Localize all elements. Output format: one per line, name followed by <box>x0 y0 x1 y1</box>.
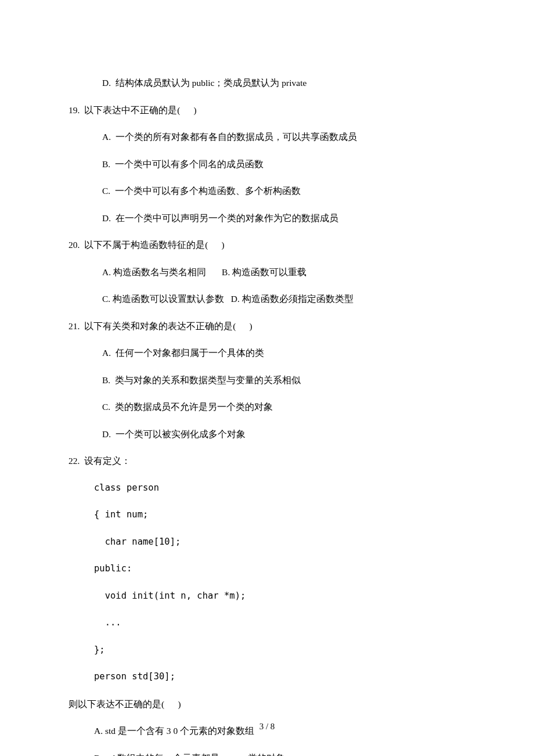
option-text: B. 类与对象的关系和数据类型与变量的关系相似 <box>68 373 475 387</box>
option-text: B. std 数组中的每一个元素都是 person 类的对象 <box>68 751 475 756</box>
option-text: B. 一个类中可以有多个同名的成员函数 <box>68 157 475 171</box>
option-text: D. 在一个类中可以声明另一个类的对象作为它的数据成员 <box>68 211 475 225</box>
option-text: A. 构造函数名与类名相同 B. 构造函数可以重载 <box>68 265 475 279</box>
option-text: A. 任何一个对象都归属于一个具体的类 <box>68 346 475 359</box>
option-text: A. 一个类的所有对象都有各自的数据成员，可以共享函数成员 <box>68 130 475 143</box>
option-text: C. 类的数据成员不允许是另一个类的对象 <box>68 400 475 413</box>
page-number: 3 / 8 <box>0 720 534 733</box>
option-text: C. 构造函数可以设置默认参数 D. 构造函数必须指定函数类型 <box>68 292 475 305</box>
page-content: D. 结构体成员默认为 public；类成员默认为 private 19. 以下… <box>68 63 475 756</box>
option-text: D. 结构体成员默认为 public；类成员默认为 private <box>68 76 475 89</box>
code-line: }; <box>68 643 475 657</box>
question-stem: 19. 以下表达中不正确的是( ) <box>68 103 475 117</box>
code-line: class person <box>68 481 475 495</box>
code-line: person std[30]; <box>68 670 475 683</box>
question-stem: 22. 设有定义： <box>68 454 475 467</box>
code-line: ... <box>68 616 475 629</box>
question-stem: 20. 以下不属于构造函数特征的是( ) <box>68 238 475 251</box>
code-line: { int num; <box>68 508 475 521</box>
code-line: void init(int n, char *m); <box>68 589 475 603</box>
option-text: D. 一个类可以被实例化成多个对象 <box>68 427 475 441</box>
code-line: char name[10]; <box>68 535 475 549</box>
code-line: public: <box>68 562 475 575</box>
question-stem: 21. 以下有关类和对象的表达不正确的是( ) <box>68 319 475 333</box>
question-followup: 则以下表达不正确的是( ) <box>68 697 475 711</box>
option-text: C. 一个类中可以有多个构造函数、多个析构函数 <box>68 184 475 197</box>
